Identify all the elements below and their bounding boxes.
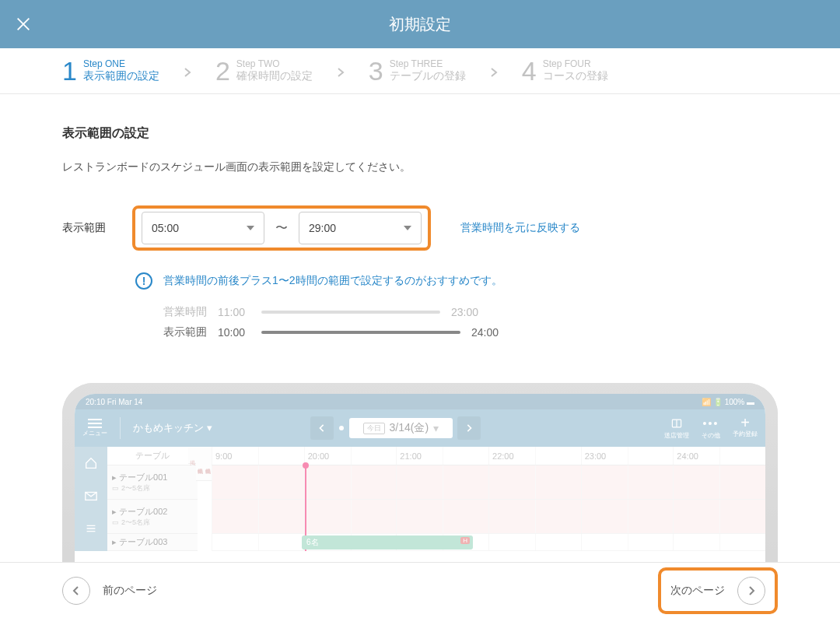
stepper: 1 Step ONE 表示範囲の設定 2 Step TWO 確保時間の設定 3 … [0,48,840,94]
chevron-right-icon [336,66,345,75]
reflect-hours-link[interactable]: 営業時間を元に反映する [460,221,580,235]
menu-icon: メニュー [82,419,107,437]
table-row: ▸ テーブル001 ▭ 2〜5名席 [107,465,198,500]
page-title: 初期設定 [16,14,824,35]
section-title: 表示範囲の設定 [62,125,778,142]
info-icon: ! [135,272,152,290]
status-time: 20:10 Fri Mar 14 [86,398,142,406]
prev-date-button [310,416,334,440]
hint-text: 営業時間の前後プラス1〜2時間の範囲で設定するのがおすすめです。 [163,274,502,288]
shop-selector: かもめキッチン ▾ [133,421,212,435]
end-time-select[interactable]: 29:00 [299,212,422,244]
range-separator: 〜 [275,220,288,237]
chevron-left-icon [62,577,90,605]
list-icon [84,521,98,535]
biz-hours-bar [261,311,440,314]
prev-page-button[interactable]: 前のページ [62,577,157,605]
time-range-highlight: 05:00 〜 29:00 [132,205,431,251]
caret-down-icon [247,226,254,230]
reservation-block: 6名 H [302,535,473,550]
status-battery: 📶 🔋 100% ▬ [702,398,754,406]
next-page-button[interactable]: 次のページ [670,577,765,605]
step-3[interactable]: 3 Step THREE テーブルの登録 [369,58,466,84]
table-header: テーブル [107,447,198,465]
step-1[interactable]: 1 Step ONE 表示範囲の設定 [62,58,159,84]
more-icon: •••その他 [702,417,720,440]
chevron-right-icon [737,577,765,605]
range-label: 表示範囲 [62,221,121,235]
tablet-preview: 20:10 Fri Mar 14 📶 🔋 100% ▬ メニュー かもめキッチン… [62,383,778,562]
disp-range-label: 表示範囲 [163,325,207,339]
section-desc: レストランボードのスケジュール画面の表示範囲を設定してください。 [62,160,778,174]
close-button[interactable] [14,15,33,33]
biz-hours-label: 営業時間 [163,305,207,319]
date-display: 今日 3/14(金) ▾ [349,418,453,438]
chevron-right-icon [489,66,499,75]
next-date-button [457,416,481,440]
mail-icon [84,489,98,503]
caret-down-icon [404,226,411,230]
start-time-select[interactable]: 05:00 [142,212,264,244]
disp-range-bar [261,331,460,334]
step-4[interactable]: 4 Step FOUR コースの登録 [522,58,608,84]
chevron-right-icon [183,66,192,75]
table-row: ▸ テーブル003 [107,534,198,551]
step-2[interactable]: 2 Step TWO 確保時間の設定 [215,58,313,84]
shop-manage-icon: 送店管理 [664,417,689,440]
home-icon [84,456,98,470]
add-reservation-icon: +予約登録 [733,417,758,440]
table-row: ▸ テーブル002 ▭ 2〜5名席 [107,500,198,534]
